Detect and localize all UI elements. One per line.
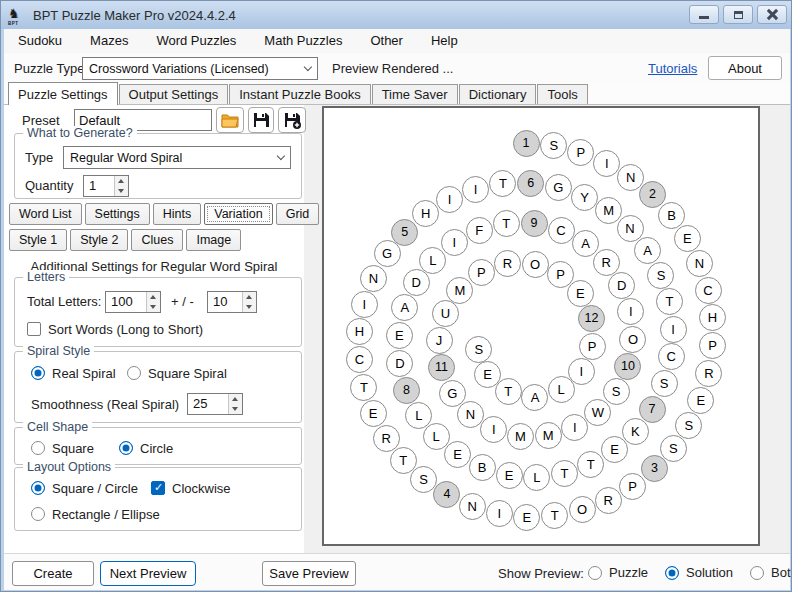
menu-word-puzzles[interactable]: Word Puzzles xyxy=(142,29,250,53)
spiral-letter-cell: E xyxy=(474,361,501,388)
quantity-stepper[interactable]: 1 xyxy=(83,175,129,197)
spin-down-icon[interactable] xyxy=(147,302,160,312)
tab-tools[interactable]: Tools xyxy=(537,84,587,104)
puzzle-preview-canvas: 1SPIN2BENCHPRESS3PROTEIN4STRETCHING5HIIT… xyxy=(322,106,760,546)
spin-up-icon[interactable] xyxy=(147,292,160,302)
save-preset-button[interactable] xyxy=(248,107,274,133)
close-button[interactable] xyxy=(757,5,787,24)
section-button-clues[interactable]: Clues xyxy=(131,229,183,251)
section-button-style-2[interactable]: Style 2 xyxy=(70,229,128,251)
spiral-number-cell-4: 4 xyxy=(433,481,460,508)
tab-puzzle-settings[interactable]: Puzzle Settings xyxy=(8,82,118,105)
open-preset-button[interactable] xyxy=(216,107,244,133)
spiral-letter-cell: T xyxy=(656,288,683,315)
save-preset-as-button[interactable] xyxy=(278,107,306,133)
section-button-grid[interactable]: Grid xyxy=(276,203,320,225)
smoothness-label: Smoothness (Real Spiral) xyxy=(31,397,179,412)
spiral-letter-cell: T xyxy=(390,447,417,474)
spiral-number-cell-12: 12 xyxy=(578,305,605,332)
show-preview-options: PuzzleSolutionBoth xyxy=(588,565,792,580)
spiral-number-cell-8: 8 xyxy=(393,377,420,404)
square-circle-radio[interactable] xyxy=(31,481,45,495)
content-area: Preset What to Generate? Type Regular Wo… xyxy=(4,105,790,553)
section-button-word-list[interactable]: Word List xyxy=(9,203,82,225)
type-select[interactable]: Regular Word Spiral xyxy=(63,146,291,169)
menu-sudoku[interactable]: Sudoku xyxy=(4,29,76,53)
spiral-letter-cell: I xyxy=(441,229,468,256)
spiral-letter-cell: E xyxy=(513,504,540,531)
menu-math-puzzles[interactable]: Math Puzzles xyxy=(250,29,356,53)
minimize-button[interactable] xyxy=(689,5,719,24)
menu-mazes[interactable]: Mazes xyxy=(76,29,142,53)
section-button-image[interactable]: Image xyxy=(186,229,241,251)
real-spiral-radio[interactable] xyxy=(31,366,45,380)
real-spiral-label: Real Spiral xyxy=(52,366,116,381)
spin-down-icon[interactable] xyxy=(243,302,256,312)
sort-words-checkbox[interactable] xyxy=(27,322,41,336)
rectangle-ellipse-radio[interactable] xyxy=(31,507,45,521)
menu-other[interactable]: Other xyxy=(356,29,417,53)
tutorials-link[interactable]: Tutorials xyxy=(648,61,697,76)
section-button-variation[interactable]: Variation xyxy=(204,203,272,225)
spiral-letter-cell: T xyxy=(577,451,604,478)
spin-down-icon[interactable] xyxy=(229,404,242,414)
spiral-letter-cell: E xyxy=(687,387,714,414)
spin-down-icon[interactable] xyxy=(115,186,128,196)
spiral-letter-cell: I xyxy=(486,500,513,527)
cell-circle-radio[interactable] xyxy=(119,441,133,455)
layout-options-group: Layout Options Square / Circle Clockwise… xyxy=(14,467,302,531)
save-preview-button[interactable]: Save Preview xyxy=(262,561,356,586)
cell-square-radio[interactable] xyxy=(31,441,45,455)
spiral-letter-cell: I xyxy=(462,176,489,203)
spin-up-icon[interactable] xyxy=(243,292,256,302)
smoothness-stepper[interactable]: 25 xyxy=(187,393,243,415)
show-both-label: Both xyxy=(771,565,792,580)
puzzle-type-value: Crossword Variations (Licensed) xyxy=(83,62,299,76)
create-button[interactable]: Create xyxy=(12,561,94,586)
clockwise-checkbox[interactable] xyxy=(151,481,165,495)
tab-time-saver[interactable]: Time Saver xyxy=(372,84,458,104)
spiral-letter-cell: J xyxy=(426,327,453,354)
spiral-letter-cell: N xyxy=(686,250,713,277)
square-spiral-label: Square Spiral xyxy=(148,366,227,381)
plus-minus-label: + / - xyxy=(171,294,194,309)
spiral-letter-cell: E xyxy=(386,322,413,349)
menu-help[interactable]: Help xyxy=(417,29,472,53)
spiral-letter-cell: O xyxy=(522,251,549,278)
section-button-settings[interactable]: Settings xyxy=(85,203,150,225)
spiral-letter-cell: T xyxy=(493,210,520,237)
about-button[interactable]: About xyxy=(708,56,782,80)
folder-icon xyxy=(221,113,239,128)
tab-instant-puzzle-books[interactable]: Instant Puzzle Books xyxy=(229,84,370,104)
window-body: SudokuMazesWord PuzzlesMath PuzzlesOther… xyxy=(4,29,790,590)
section-button-style-1[interactable]: Style 1 xyxy=(9,229,67,251)
spiral-letter-cell: S xyxy=(410,466,437,493)
show-both-radio[interactable] xyxy=(750,566,764,580)
section-button-hints[interactable]: Hints xyxy=(153,203,201,225)
spiral-letter-cell: R xyxy=(695,360,722,387)
generate-group: What to Generate? Type Regular Word Spir… xyxy=(14,133,302,199)
show-solution-radio[interactable] xyxy=(665,566,679,580)
plus-minus-stepper[interactable]: 10 xyxy=(207,291,257,313)
spiral-letter-cell: D xyxy=(386,350,413,377)
puzzle-type-select[interactable]: Crossword Variations (Licensed) xyxy=(82,57,318,80)
spiral-letter-cell: L xyxy=(548,376,575,403)
spiral-letter-cell: P xyxy=(567,139,594,166)
spiral-number-cell-9: 9 xyxy=(521,210,548,237)
spin-up-icon[interactable] xyxy=(229,394,242,404)
preview-status-text: Preview Rendered ... xyxy=(332,61,453,76)
tab-dictionary[interactable]: Dictionary xyxy=(459,84,537,104)
spiral-letter-cell: E xyxy=(674,225,701,252)
quantity-label: Quantity xyxy=(25,178,73,193)
restore-button[interactable] xyxy=(723,5,753,24)
total-letters-stepper[interactable]: 100 xyxy=(105,291,161,313)
spiral-letter-cell: G xyxy=(439,380,466,407)
show-puzzle-radio[interactable] xyxy=(588,566,602,580)
next-preview-button[interactable]: Next Preview xyxy=(100,561,196,586)
restore-icon xyxy=(734,11,743,19)
square-spiral-radio[interactable] xyxy=(127,366,141,380)
spiral-letter-cell: P xyxy=(699,332,726,359)
spin-up-icon[interactable] xyxy=(115,176,128,186)
generate-group-legend: What to Generate? xyxy=(23,126,137,140)
tab-output-settings[interactable]: Output Settings xyxy=(119,84,229,104)
